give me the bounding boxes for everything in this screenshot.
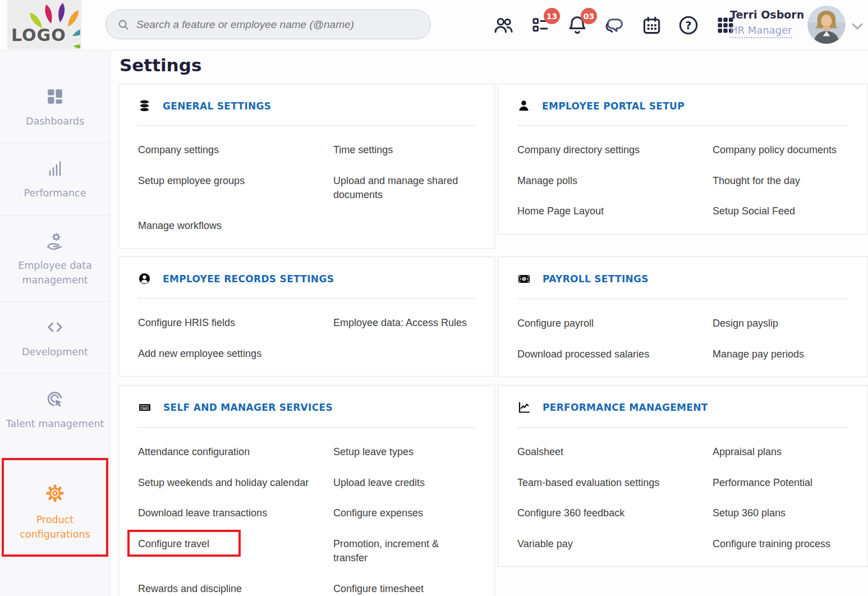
settings-link[interactable]: Appraisal plans xyxy=(713,445,848,460)
main-content: Settings GENERAL SETTINGS Company settin… xyxy=(111,51,868,596)
divider xyxy=(517,427,848,428)
card-title: GENERAL SETTINGS xyxy=(163,100,271,112)
card-employee-portal-setup: EMPLOYEE PORTAL SETUP Company directory … xyxy=(498,84,868,235)
svg-text:?: ? xyxy=(685,19,691,32)
card-title: PERFORMANCE MANAGEMENT xyxy=(543,402,708,413)
banknote-icon xyxy=(517,272,531,286)
settings-link[interactable]: Download leave transactions xyxy=(138,506,333,521)
card-self-and-manager-services: SELF AND MANAGER SERVICES Attendance con… xyxy=(118,385,495,596)
sidebar-item-label: Dashboards xyxy=(26,114,84,129)
line-chart-icon xyxy=(517,401,531,414)
settings-link[interactable]: Setup employee groups xyxy=(138,174,333,203)
click-target-icon xyxy=(45,389,65,409)
settings-link[interactable]: Rewards and discipline xyxy=(138,582,333,596)
calendar-icon[interactable] xyxy=(641,15,662,36)
chevron-down-icon[interactable] xyxy=(851,22,864,30)
settings-link[interactable]: Upload and manage shared documents xyxy=(333,174,475,203)
card-title: EMPLOYEE PORTAL SETUP xyxy=(542,100,685,112)
card-employee-records-settings: EMPLOYEE RECORDS SETTINGS Configure HRIS… xyxy=(118,256,495,377)
settings-link[interactable]: Team-based evaluation settings xyxy=(517,476,713,490)
app-window: LOGO 13 xyxy=(0,0,868,596)
sidebar-item-label: Talent management xyxy=(6,416,104,431)
person-circle-icon xyxy=(138,272,151,285)
top-icon-row: 13 03 xyxy=(493,0,736,51)
database-icon xyxy=(138,99,151,112)
settings-link[interactable]: Setup 360 plans xyxy=(713,506,848,521)
settings-link-configure-travel[interactable]: Configure travel xyxy=(138,537,333,566)
tasks-badge: 13 xyxy=(544,8,560,24)
gear-icon xyxy=(43,482,67,505)
settings-link[interactable]: Setup leave types xyxy=(333,445,475,460)
settings-link[interactable]: Upload leave credits xyxy=(333,476,475,490)
user-name: Terri Osborn xyxy=(730,8,803,21)
settings-link[interactable]: Home Page Layout xyxy=(517,204,713,219)
settings-link[interactable]: Download processed salaries xyxy=(517,347,713,362)
people-icon[interactable] xyxy=(493,15,514,36)
settings-link[interactable]: Add new employee settings xyxy=(138,347,333,361)
sidebar-item-product-configurations[interactable]: Product configurations xyxy=(0,464,110,556)
hand-gear-icon xyxy=(45,231,65,251)
org-tasks-icon[interactable]: 13 xyxy=(530,15,551,36)
settings-link[interactable]: Promotion, increment & transfer xyxy=(333,537,475,566)
divider xyxy=(138,298,475,299)
global-search[interactable] xyxy=(105,10,431,39)
bell-icon[interactable]: 03 xyxy=(567,15,588,36)
settings-link[interactable]: Manage polls xyxy=(517,174,713,189)
sidebar-item-performance[interactable]: Performance xyxy=(0,143,110,215)
divider xyxy=(138,125,475,126)
settings-link[interactable]: Configure timesheet xyxy=(333,582,475,596)
settings-link[interactable]: Goalsheet xyxy=(517,445,713,460)
card-title: PAYROLL SETTINGS xyxy=(543,273,649,285)
settings-link[interactable]: Manage workflows xyxy=(138,219,333,233)
avatar[interactable] xyxy=(807,6,846,44)
search-input[interactable] xyxy=(135,18,419,31)
card-performance-management: PERFORMANCE MANAGEMENT Goalsheet Apprais… xyxy=(498,385,868,567)
top-bar: LOGO 13 xyxy=(0,0,868,51)
company-logo[interactable]: LOGO xyxy=(7,0,81,49)
bar-chart-icon xyxy=(45,158,65,178)
logo-text: LOGO xyxy=(11,25,66,45)
sidebar-item-label: Product configurations xyxy=(4,512,105,542)
settings-link[interactable]: Company directory settings xyxy=(517,143,713,158)
divider xyxy=(517,125,848,126)
settings-link[interactable]: Company settings xyxy=(138,143,333,158)
settings-link[interactable]: Setup weekends and holiday calendar xyxy=(138,476,333,490)
settings-link[interactable]: Design payslip xyxy=(713,317,848,331)
divider xyxy=(138,427,475,428)
settings-link[interactable]: Performance Potential xyxy=(713,476,848,490)
card-title: SELF AND MANAGER SERVICES xyxy=(163,402,333,413)
settings-link[interactable]: Configure training process xyxy=(713,537,848,552)
notifications-badge: 03 xyxy=(581,8,597,24)
settings-link[interactable]: Manage pay periods xyxy=(713,347,848,362)
settings-link[interactable]: Setup Social Feed xyxy=(713,204,848,219)
sidebar-item-label: Employee data management xyxy=(4,258,105,288)
settings-link[interactable]: Variable pay xyxy=(517,537,713,552)
settings-link[interactable]: Configure payroll xyxy=(517,317,713,331)
settings-link[interactable]: Time settings xyxy=(333,143,475,158)
divider xyxy=(517,299,848,299)
keyboard-icon xyxy=(138,401,151,414)
settings-link[interactable]: Employee data: Access Rules xyxy=(333,316,475,331)
card-title: EMPLOYEE RECORDS SETTINGS xyxy=(163,273,334,285)
sidebar-item-employee-data-management[interactable]: Employee data management xyxy=(0,216,110,302)
settings-link[interactable]: Attendance configuration xyxy=(138,445,333,460)
card-general-settings: GENERAL SETTINGS Company settings Time s… xyxy=(118,84,495,249)
help-icon[interactable]: ? xyxy=(678,15,699,36)
settings-link[interactable]: Configure HRIS fields xyxy=(138,316,333,331)
settings-link[interactable]: Company policy documents xyxy=(713,143,848,158)
sidebar: Dashboards Performance Employee data man… xyxy=(0,51,111,596)
settings-link[interactable]: Configure 360 feedback xyxy=(517,506,713,521)
user-info: Terri Osborn HR Manager xyxy=(730,8,803,38)
user-role-link[interactable]: HR Manager xyxy=(730,24,792,38)
sidebar-item-talent-management[interactable]: Talent management xyxy=(0,374,110,445)
settings-cards-grid: GENERAL SETTINGS Company settings Time s… xyxy=(118,84,868,596)
settings-link[interactable]: Thought for the day xyxy=(713,174,848,189)
sidebar-item-development[interactable]: Development xyxy=(0,302,110,374)
annotation-highlight-box xyxy=(2,458,108,557)
chat-icon[interactable] xyxy=(604,15,625,36)
settings-link[interactable]: Configure expenses xyxy=(333,506,475,521)
sidebar-item-dashboards[interactable]: Dashboards xyxy=(0,51,110,143)
dashboard-icon xyxy=(45,86,65,107)
page-title: Settings xyxy=(120,55,868,75)
sidebar-item-label: Development xyxy=(22,345,88,359)
